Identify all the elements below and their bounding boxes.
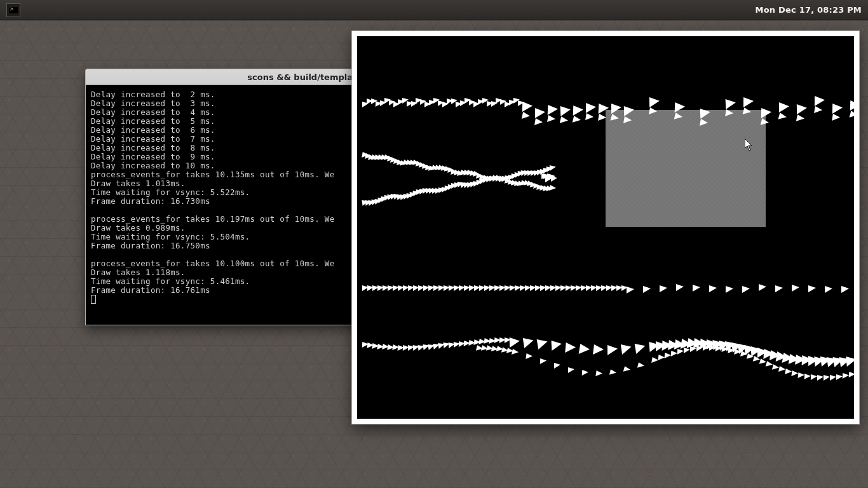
cursor-trail-icon	[552, 340, 562, 351]
cursor-trail-icon	[595, 370, 602, 377]
cursor-trail-icon	[547, 115, 556, 123]
cursor-trail-icon	[726, 286, 733, 293]
cursor-trail-icon	[649, 107, 658, 116]
cursor-trail-icon	[797, 104, 807, 114]
cursor-trail-icon	[573, 105, 584, 116]
cursor-trail-icon	[548, 105, 559, 116]
cursor-trail-icon	[623, 116, 632, 125]
cursor-trail-icon	[643, 286, 651, 293]
cursor-trail-icon	[841, 286, 849, 293]
cursor-trail-icon	[565, 342, 576, 353]
cursor-trail-icon	[523, 336, 534, 348]
cursor-trail-icon	[824, 375, 830, 381]
cursor-trail-icon	[832, 114, 841, 122]
cursor-trail-icon	[811, 374, 817, 380]
cursor-trail-icon	[611, 103, 621, 113]
cursor-trail-icon	[846, 356, 854, 367]
cursor-trail-icon	[660, 285, 667, 292]
cursor-trail-icon	[649, 97, 660, 107]
cursor-trail-icon	[568, 367, 574, 373]
cursor-trail-icon	[637, 362, 645, 369]
cursor-trail-icon	[582, 370, 589, 376]
cursor-trail-icon	[623, 367, 631, 374]
cursor-trail-icon	[804, 374, 811, 380]
cursor-trail-icon	[599, 104, 609, 114]
cursor-trail-icon	[796, 114, 805, 123]
cursor-trail-icon	[798, 372, 805, 379]
cursor-trail-icon	[742, 286, 750, 293]
graphics-gray-rectangle	[606, 110, 766, 227]
cursor-trail-icon	[624, 105, 634, 116]
cursor-trail-icon	[534, 118, 543, 126]
cursor-trail-icon	[743, 97, 754, 107]
cursor-trail-icon	[761, 118, 770, 127]
cursor-trail-icon	[808, 285, 816, 292]
cursor-trail-icon	[761, 108, 771, 118]
terminal-cursor	[91, 295, 96, 304]
graphics-window[interactable]	[351, 30, 860, 424]
cursor-trail-icon	[677, 349, 684, 355]
cursor-trail-icon	[585, 113, 594, 121]
cursor-trail-icon	[593, 345, 604, 356]
cursor-trail-icon	[676, 284, 684, 291]
cursor-trail-icon	[607, 345, 618, 355]
cursor-trail-icon	[671, 351, 678, 357]
cursor-trail-icon	[598, 114, 607, 122]
cursor-trail-icon	[779, 102, 789, 112]
cursor-trail-icon	[635, 342, 646, 353]
cursor-trail-icon	[526, 353, 532, 360]
cursor-trail-icon	[836, 374, 843, 380]
cursor-trail-icon	[512, 349, 519, 356]
cursor-trail-icon	[554, 363, 560, 369]
cursor-trail-icon	[843, 373, 849, 379]
cursor-trail-icon	[693, 285, 700, 292]
cursor-trail-icon	[609, 369, 617, 376]
graphics-canvas[interactable]	[357, 36, 854, 419]
cursor-trail-icon	[709, 285, 717, 292]
cursor-trail-icon	[537, 337, 548, 349]
top-panel: Mon Dec 17, 08:23 PM	[0, 0, 868, 20]
cursor-trail-icon	[830, 375, 836, 381]
cursor-trail-icon	[579, 344, 591, 356]
cursor-trail-icon	[814, 106, 823, 114]
cursor-trail-icon	[700, 108, 711, 119]
cursor-trail-icon	[522, 102, 532, 112]
cursor-trail-icon	[621, 343, 632, 355]
cursor-trail-icon	[560, 106, 571, 117]
terminal-output: Delay increased to 2 ms. Delay increased…	[91, 90, 339, 295]
cursor-trail-icon	[510, 337, 520, 348]
cursor-trail-icon	[535, 108, 545, 118]
cursor-trail-icon	[560, 116, 569, 125]
cursor-trail-icon	[540, 358, 546, 365]
cursor-trail-icon	[759, 284, 766, 291]
cursor-trail-icon	[700, 119, 709, 127]
cursor-trail-icon	[825, 286, 832, 293]
cursor-trail-icon	[726, 99, 736, 110]
terminal-icon	[9, 7, 18, 13]
cursor-trail-icon	[850, 111, 854, 119]
cursor-trail-icon	[627, 287, 634, 294]
cursor-trail-icon	[792, 285, 799, 292]
cursor-trail-icon	[817, 375, 824, 381]
cursor-trail-icon	[675, 102, 686, 113]
cursor-trail-icon	[778, 112, 787, 121]
cursor-trail-icon	[775, 285, 783, 292]
cursor-trail-icon	[586, 103, 596, 113]
panel-clock[interactable]: Mon Dec 17, 08:23 PM	[756, 5, 862, 15]
cursor-trail-icon	[832, 104, 843, 114]
cursor-trail-icon	[551, 176, 557, 182]
cursor-trail-icon	[849, 372, 854, 378]
cursor-trail-icon	[850, 100, 854, 111]
cursor-trail-icon	[522, 112, 531, 120]
cursor-trail-icon	[573, 116, 581, 124]
cursor-trail-icon	[550, 165, 556, 171]
taskbar-terminal-icon[interactable]	[6, 3, 20, 17]
cursor-trail-icon	[815, 96, 825, 106]
